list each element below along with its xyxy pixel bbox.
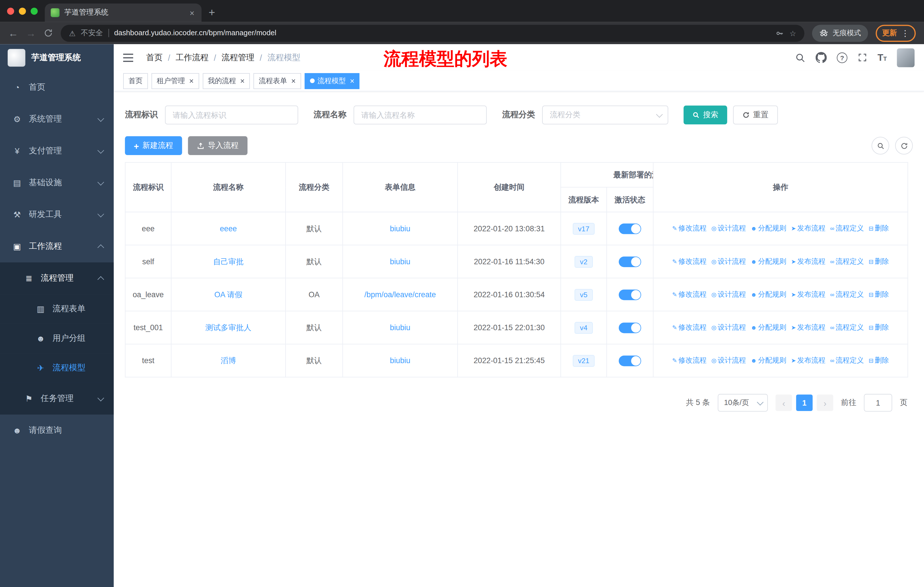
view-tag[interactable]: 我的流程× [203,73,250,89]
close-window-button[interactable] [7,8,14,15]
bookmark-star-icon[interactable]: ☆ [789,29,796,38]
user-avatar[interactable] [897,48,914,67]
next-page-button[interactable]: › [817,394,833,411]
sidebar-item-workflow[interactable]: ▣工作流程 [0,230,114,262]
filter-category-select[interactable]: 流程分类 [542,106,668,124]
tag-close-icon[interactable]: × [350,77,355,84]
action-design-link[interactable]: ◎设计流程 [711,256,746,266]
action-delete-link[interactable]: ⊟删除 [868,356,889,366]
form-link[interactable]: biubiu [390,323,410,332]
minimize-window-button[interactable] [19,8,26,15]
new-tab-button[interactable]: + [208,6,215,19]
view-tag[interactable]: 流程表单× [254,73,301,89]
active-toggle[interactable] [619,223,641,234]
form-link[interactable]: biubiu [390,224,410,233]
action-modify-link[interactable]: ✎修改流程 [672,356,706,366]
page-size-select[interactable]: 10条/页 [718,394,768,412]
page-1-button[interactable]: 1 [796,394,813,411]
action-assign-link[interactable]: ☻分配规则 [751,223,787,233]
filter-name-input[interactable] [353,106,487,124]
sidebar-item-process-mgmt[interactable]: ≣流程管理 [0,263,114,294]
action-publish-link[interactable]: ➤发布流程 [791,223,825,233]
form-link[interactable]: biubiu [390,356,410,365]
breadcrumb-process-mgmt[interactable]: 流程管理 [221,52,254,63]
action-assign-link[interactable]: ☻分配规则 [751,289,787,299]
breadcrumb-workflow[interactable]: 工作流程 [176,52,208,63]
tag-close-icon[interactable]: × [240,77,245,84]
tag-close-icon[interactable]: × [291,77,296,84]
action-delete-link[interactable]: ⊟删除 [868,322,889,332]
browser-tab[interactable]: 芋道管理系统 × [45,3,201,22]
goto-page-input[interactable] [864,394,892,412]
sidebar-item-system[interactable]: ⚙系统管理 [0,103,114,135]
action-design-link[interactable]: ◎设计流程 [711,356,746,366]
action-modify-link[interactable]: ✎修改流程 [672,322,706,332]
action-definition-link[interactable]: ∞流程定义 [830,256,864,266]
sidebar-item-leave-query[interactable]: ☻请假查询 [0,415,114,446]
process-name-link[interactable]: eeee [220,224,237,233]
font-size-icon[interactable]: TT [878,53,887,62]
tab-close-icon[interactable]: × [188,8,196,18]
window-controls[interactable] [7,8,38,15]
process-name-link[interactable]: 滔博 [221,356,236,365]
action-delete-link[interactable]: ⊟删除 [868,223,889,233]
action-definition-link[interactable]: ∞流程定义 [830,289,864,299]
action-design-link[interactable]: ◎设计流程 [711,289,746,299]
sidebar-item-home[interactable]: ◔首页 [0,71,114,103]
browser-menu-icon[interactable]: ⋮ [901,28,909,38]
active-toggle[interactable] [619,356,641,366]
import-process-button[interactable]: 导入流程 [188,136,248,155]
action-design-link[interactable]: ◎设计流程 [711,322,746,332]
action-definition-link[interactable]: ∞流程定义 [830,356,864,366]
prev-page-button[interactable]: ‹ [776,394,792,411]
sidebar-item-devtools[interactable]: ⚒研发工具 [0,198,114,230]
action-assign-link[interactable]: ☻分配规则 [751,322,787,332]
sidebar-item-process-form[interactable]: ▥流程表单 [0,294,114,324]
key-icon[interactable] [776,29,784,38]
action-definition-link[interactable]: ∞流程定义 [830,223,864,233]
action-modify-link[interactable]: ✎修改流程 [672,256,706,266]
action-assign-link[interactable]: ☻分配规则 [751,356,787,366]
action-delete-link[interactable]: ⊟删除 [868,256,889,266]
toggle-search-button[interactable] [871,137,889,154]
sidebar-item-process-model[interactable]: ✈流程模型 [0,353,114,383]
fullscreen-icon[interactable] [858,53,868,63]
action-modify-link[interactable]: ✎修改流程 [672,223,706,233]
form-link[interactable]: /bpm/oa/leave/create [364,290,436,299]
action-publish-link[interactable]: ➤发布流程 [791,289,825,299]
tag-close-icon[interactable]: × [189,77,194,84]
github-icon[interactable] [816,52,827,63]
filter-id-input[interactable] [165,106,298,124]
action-publish-link[interactable]: ➤发布流程 [791,256,825,266]
reset-button[interactable]: 重置 [733,106,778,124]
sidebar-item-user-group[interactable]: ☻用户分组 [0,324,114,354]
url-text[interactable]: dashboard.yudao.iocoder.cn/bpm/manager/m… [114,29,770,37]
action-delete-link[interactable]: ⊟删除 [868,289,889,299]
address-bar[interactable]: ⚠ 不安全 dashboard.yudao.iocoder.cn/bpm/man… [61,24,804,41]
process-name-link[interactable]: OA 请假 [214,290,242,299]
back-button[interactable]: ← [8,28,18,38]
forward-button[interactable]: → [26,28,36,38]
sidebar-item-task-mgmt[interactable]: ⚑任务管理 [0,383,114,415]
view-tag[interactable]: 流程模型× [304,73,360,89]
action-design-link[interactable]: ◎设计流程 [711,223,746,233]
reload-button[interactable] [43,28,53,38]
browser-update-button[interactable]: 更新 ⋮ [876,24,916,41]
search-button[interactable]: 搜索 [684,106,727,124]
action-definition-link[interactable]: ∞流程定义 [830,322,864,332]
active-toggle[interactable] [619,289,641,300]
action-publish-link[interactable]: ➤发布流程 [791,356,825,366]
breadcrumb-home[interactable]: 首页 [146,52,163,63]
form-link[interactable]: biubiu [390,257,410,266]
active-toggle[interactable] [619,256,641,267]
sidebar-item-payment[interactable]: ¥支付管理 [0,135,114,167]
sidebar-item-infrastructure[interactable]: ▤基础设施 [0,167,114,198]
action-assign-link[interactable]: ☻分配规则 [751,256,787,266]
refresh-table-button[interactable] [895,137,913,154]
view-tag[interactable]: 首页 [123,73,148,89]
active-toggle[interactable] [619,322,641,333]
view-tag[interactable]: 租户管理× [152,73,199,89]
search-icon[interactable] [795,52,806,63]
help-icon[interactable]: ? [837,52,848,63]
zoom-window-button[interactable] [31,8,38,15]
